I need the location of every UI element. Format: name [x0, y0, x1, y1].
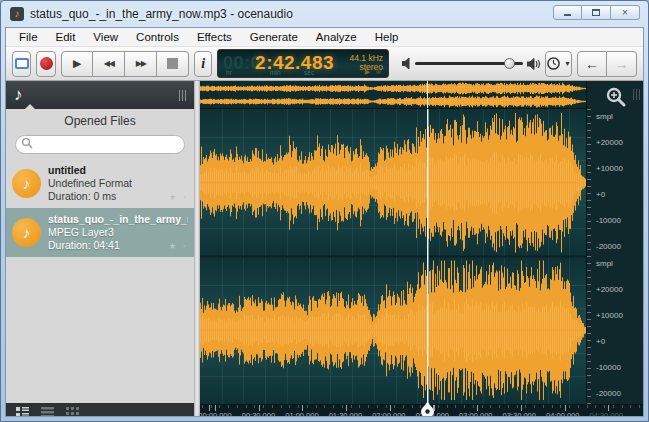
time-value: 2:42.483 — [255, 52, 334, 74]
window-title: status_quo_-_in_the_army_now.mp3 - ocena… — [30, 7, 293, 21]
rewind-icon: ◀◀ — [104, 59, 114, 68]
audio-file-icon: ♪ — [12, 169, 41, 198]
app-icon: ♪ — [10, 7, 24, 21]
compact-list-view-icon[interactable] — [41, 403, 54, 417]
music-note-icon[interactable]: ♪ — [14, 85, 23, 105]
scale-tick-label: +20000 — [596, 138, 623, 147]
stop-button[interactable] — [157, 51, 189, 77]
opened-files-list: ♪ untitled Undefined Format Duration: 0 … — [6, 159, 194, 404]
time-unit-hr: hr — [226, 69, 232, 76]
menu-controls[interactable]: Controls — [127, 29, 188, 45]
app-window: ♪ status_quo_-_in_the_army_now.mp3 - oce… — [0, 0, 649, 422]
scale-grip-icon[interactable] — [633, 89, 640, 100]
undo-back-button[interactable]: ← — [577, 51, 607, 77]
search-icon — [21, 137, 33, 149]
rewind-button[interactable]: ◀◀ — [93, 51, 125, 77]
scale-tick-label: -20000 — [596, 389, 621, 398]
ruler-label: 03:00.000 — [459, 411, 492, 417]
arrow-left-icon: ← — [585, 56, 599, 72]
menubar: File Edit View Controls Effects Generate… — [6, 28, 643, 47]
file-item-untitled[interactable]: ♪ untitled Undefined Format Duration: 0 … — [6, 159, 194, 208]
menu-edit[interactable]: Edit — [47, 29, 85, 45]
volume-knob[interactable] — [504, 58, 515, 69]
time-unit-sec: sec — [304, 69, 314, 76]
time-format-button[interactable]: ▼ — [545, 51, 572, 77]
titlebar[interactable]: ♪ status_quo_-_in_the_army_now.mp3 - oce… — [1, 1, 648, 27]
play-icon: ▶ — [73, 57, 81, 70]
grid-view-icon[interactable] — [66, 403, 79, 417]
window-content: File Edit View Controls Effects Generate… — [5, 27, 644, 417]
speaker-low-icon — [402, 58, 411, 69]
toolbar: ▶ ◀◀ ▶▶ i 00:0 2:42.483 hr min sec 44.1 … — [6, 47, 643, 81]
waveform-main[interactable] — [200, 109, 586, 404]
panel-icon — [15, 58, 29, 69]
maximize-icon — [592, 9, 600, 16]
menu-view[interactable]: View — [84, 29, 127, 45]
chevron-down-icon: ▼ — [564, 60, 571, 67]
file-name: status_quo_-_in_the_army_now.... — [48, 213, 188, 226]
scale-tick-label: +10000 — [596, 311, 623, 320]
menu-effects[interactable]: Effects — [188, 29, 241, 45]
view-mode-bar — [6, 403, 194, 417]
scale-tick-label: +0 — [596, 337, 605, 346]
scale-tick-label: -20000 — [596, 242, 621, 251]
menu-help[interactable]: Help — [366, 29, 408, 45]
fast-forward-icon: ▶▶ — [136, 59, 146, 68]
maximize-button[interactable] — [582, 5, 611, 20]
time-display: 00:0 2:42.483 hr min sec 44.1 kHz stereo… — [217, 49, 389, 78]
ruler-label: 01:00.000 — [285, 411, 318, 417]
ruler-label: 00:30.000 — [242, 411, 275, 417]
detail-list-view-icon[interactable] — [16, 403, 29, 417]
arrow-right-icon: → — [615, 56, 629, 72]
sidebar-toggle-button[interactable] — [12, 51, 31, 77]
minimize-button[interactable] — [553, 5, 582, 20]
scale-channel-left: smpl+20000+10000+0-10000-20000 — [587, 109, 643, 257]
file-duration: Duration: 0 ms — [48, 190, 132, 203]
minimize-icon — [564, 14, 571, 16]
ruler-label: 03:30.000 — [503, 411, 536, 417]
clock-icon — [546, 56, 561, 71]
ruler-label: 02:00.000 — [372, 411, 405, 417]
file-item-status-quo[interactable]: ♪ status_quo_-_in_the_army_now.... MPEG … — [6, 208, 194, 257]
time-unit-min: min — [270, 69, 280, 76]
file-duration: Duration: 04:41 — [48, 239, 188, 252]
drag-grip-icon[interactable] — [179, 90, 186, 101]
volume-control — [402, 58, 540, 70]
file-row-hints[interactable]: ★ › — [168, 241, 188, 251]
amplitude-scale: smpl+20000+10000+0-10000-20000 smpl+2000… — [586, 81, 643, 404]
menu-file[interactable]: File — [10, 29, 47, 45]
scale-tick-label: +20000 — [596, 285, 623, 294]
menu-analyze[interactable]: Analyze — [307, 29, 366, 45]
file-format: Undefined Format — [48, 177, 132, 190]
record-button[interactable] — [36, 51, 56, 77]
play-button[interactable]: ▶ — [61, 51, 93, 77]
panel-pointer — [24, 104, 36, 110]
scale-tick-label: +10000 — [596, 164, 623, 173]
volume-slider[interactable] — [415, 62, 523, 65]
loop-play-icons: ▶ ∞ — [365, 68, 383, 76]
ruler-label: 04:00.000 — [546, 411, 579, 417]
redo-forward-button[interactable]: → — [607, 51, 637, 77]
speaker-high-icon — [527, 58, 540, 70]
info-icon: i — [201, 56, 205, 72]
info-button[interactable]: i — [194, 51, 212, 77]
file-row-hints[interactable]: ★ › — [168, 192, 188, 202]
sidebar-header: ♪ — [6, 81, 194, 109]
ruler-label: 04:30.000 — [590, 411, 623, 417]
scale-channel-right: smpl+20000+10000+0-10000-20000 — [587, 257, 643, 405]
file-name: untitled — [48, 164, 132, 177]
menu-generate[interactable]: Generate — [241, 29, 307, 45]
fast-forward-button[interactable]: ▶▶ — [125, 51, 157, 77]
search-input[interactable] — [15, 135, 185, 154]
zoom-in-icon[interactable] — [605, 86, 627, 108]
record-icon — [40, 57, 53, 70]
ruler-label: 01:30.000 — [329, 411, 362, 417]
scale-unit-label: smpl — [596, 259, 613, 268]
close-button[interactable]: × — [611, 5, 640, 20]
scale-tick-label: +0 — [596, 190, 605, 199]
audio-file-icon: ♪ — [12, 218, 41, 247]
scale-unit-label: smpl — [596, 112, 613, 121]
scale-tick-label: -10000 — [596, 216, 621, 225]
waveform-overview[interactable] — [200, 81, 586, 109]
playhead-pin[interactable] — [421, 401, 434, 417]
